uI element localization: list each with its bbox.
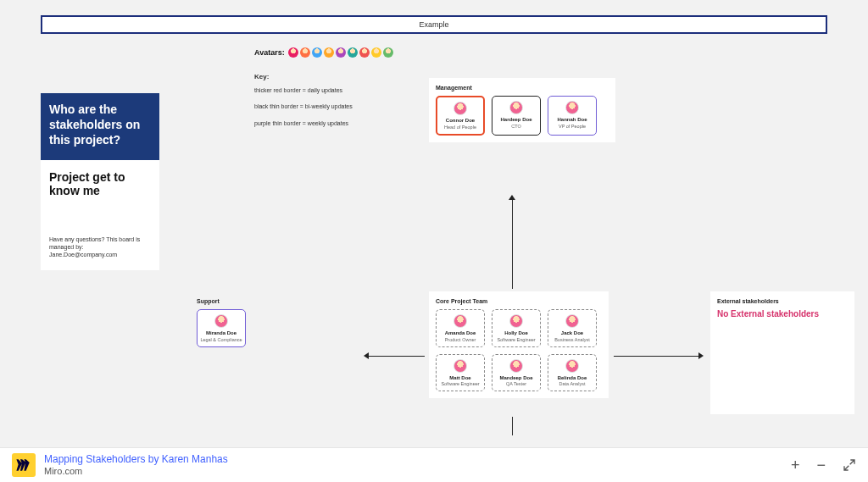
avatar-icon	[383, 47, 393, 58]
person-name: Amanda Doe	[438, 330, 482, 336]
person-name: Matt Doe	[438, 375, 482, 381]
person-role: QA Tester	[494, 381, 538, 386]
core-cards: Amanda Doe Product Owner Holly Doe Softw…	[436, 309, 602, 391]
avatar-icons	[288, 47, 393, 58]
person-role: CTO	[494, 124, 538, 129]
person-name: Miranda Doe	[199, 330, 243, 336]
avatar-icon	[288, 47, 298, 58]
avatar-icon	[336, 47, 346, 58]
avatar-icon	[509, 359, 523, 373]
key-item: black thin border = bi-weekly updates	[254, 102, 356, 110]
avatar-icon	[565, 359, 579, 373]
avatar-icon	[453, 102, 467, 115]
arrow-line	[512, 417, 513, 435]
avatars-label: Avatars:	[254, 48, 285, 57]
legend-key: Key: thicker red border = daily updates …	[254, 73, 356, 136]
arrow-up-icon	[509, 195, 515, 200]
panel-title: Core Project Team	[436, 298, 602, 304]
left-info-card: Who are the stakeholders on this project…	[41, 93, 159, 270]
arrow-line	[614, 356, 698, 357]
panel-title: Support	[197, 298, 268, 304]
arrow-line	[512, 199, 513, 289]
zoom-in-button[interactable]: +	[791, 457, 800, 474]
external-message: No External stakeholders	[717, 309, 848, 319]
footer-text: Mapping Stakeholders by Karen Manhas Mir…	[44, 453, 228, 477]
person-role: Business Analyst	[550, 337, 594, 342]
person-card[interactable]: Connor Doe Head of People	[436, 96, 485, 136]
person-name: Belinda Doe	[550, 375, 594, 381]
avatar-icon	[214, 314, 228, 328]
core-team-panel[interactable]: Core Project Team Amanda Doe Product Own…	[429, 291, 609, 398]
person-role: Legal & Compliance	[199, 337, 243, 342]
person-card[interactable]: Holly Doe Software Engineer	[492, 309, 541, 347]
person-role: Software Engineer	[438, 381, 482, 386]
person-name: Mandeep Doe	[494, 375, 538, 381]
key-title: Key:	[254, 73, 356, 81]
management-panel[interactable]: Management Connor Doe Head of People Har…	[429, 78, 615, 142]
example-banner: Example	[41, 15, 827, 34]
panel-title: External stakeholders	[717, 298, 848, 304]
person-name: Jack Doe	[550, 330, 594, 336]
footer-source: Miro.com	[44, 466, 228, 477]
key-item: purple thin border = weekly updates	[254, 119, 356, 127]
stakeholder-question: Who are the stakeholders on this project…	[41, 93, 159, 160]
person-name: Hannah Doe	[550, 117, 594, 123]
project-title: Project get to know me	[41, 160, 159, 202]
person-card[interactable]: Matt Doe Software Engineer	[436, 354, 485, 392]
support-cards: Miranda Doe Legal & Compliance	[197, 309, 268, 347]
person-role: Head of People	[439, 125, 481, 130]
avatar-icon	[453, 314, 467, 328]
miro-logo-icon[interactable]	[12, 453, 36, 477]
arrow-line	[369, 356, 425, 357]
person-card[interactable]: Mandeep Doe QA Tester	[492, 354, 541, 392]
support-panel[interactable]: Support Miranda Doe Legal & Compliance	[190, 291, 275, 354]
avatar-icon	[324, 47, 334, 58]
footer-title[interactable]: Mapping Stakeholders by Karen Manhas	[44, 453, 228, 465]
person-card[interactable]: Miranda Doe Legal & Compliance	[197, 309, 246, 347]
person-role: VP of People	[550, 124, 594, 129]
person-card[interactable]: Jack Doe Business Analyst	[548, 309, 597, 347]
arrow-left-icon	[364, 352, 369, 359]
footer-bar: Mapping Stakeholders by Karen Manhas Mir…	[0, 448, 868, 482]
person-role: Software Engineer	[494, 337, 538, 342]
person-name: Connor Doe	[439, 118, 481, 124]
avatar-icon	[300, 47, 310, 58]
person-role: Data Analyst	[550, 381, 594, 386]
management-cards: Connor Doe Head of People Hardeep Doe CT…	[436, 96, 609, 136]
fullscreen-button[interactable]	[843, 458, 856, 472]
avatar-icon	[371, 47, 381, 58]
avatar-icon	[348, 47, 358, 58]
person-role: Product Owner	[438, 337, 482, 342]
contact-note: Have any questions? This board is manage…	[41, 202, 159, 270]
person-card[interactable]: Hardeep Doe CTO	[492, 96, 541, 136]
panel-title: Management	[436, 85, 609, 91]
banner-label: Example	[419, 20, 448, 29]
avatar-icon	[565, 314, 579, 328]
avatar-icon	[453, 359, 467, 373]
zoom-out-button[interactable]: −	[816, 457, 826, 474]
expand-icon	[843, 458, 856, 472]
avatar-icon	[312, 47, 322, 58]
arrow-right-icon	[698, 352, 704, 359]
person-card[interactable]: Hannah Doe VP of People	[548, 96, 597, 136]
key-item: thicker red border = daily updates	[254, 86, 356, 94]
avatar-icon	[509, 101, 523, 114]
avatar-icon	[359, 47, 370, 58]
person-name: Hardeep Doe	[494, 117, 538, 123]
person-name: Holly Doe	[494, 330, 538, 336]
avatar-icon	[565, 101, 579, 114]
footer-controls: + −	[791, 457, 856, 474]
avatars-row: Avatars:	[254, 47, 393, 58]
person-card[interactable]: Belinda Doe Data Analyst	[548, 354, 597, 392]
person-card[interactable]: Amanda Doe Product Owner	[436, 309, 485, 347]
external-panel[interactable]: External stakeholders No External stakeh…	[710, 291, 854, 414]
avatar-icon	[509, 314, 523, 328]
miro-glyph-icon	[16, 457, 31, 473]
